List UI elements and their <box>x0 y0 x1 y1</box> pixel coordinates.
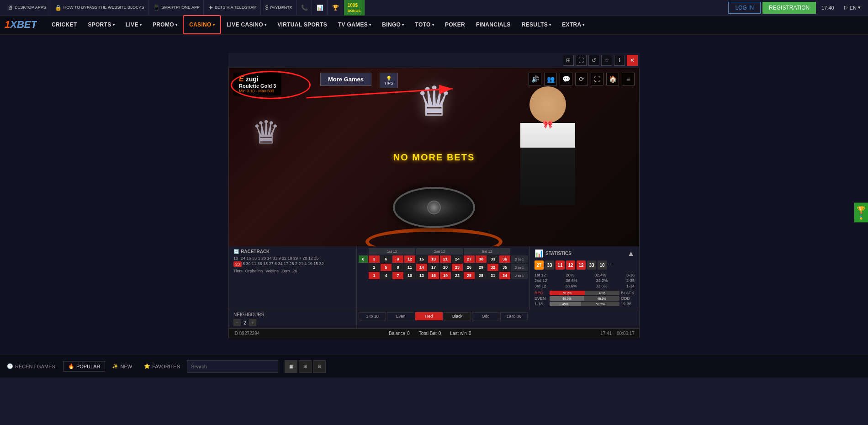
footer-new-tab[interactable]: ✨ NEW <box>107 361 137 372</box>
telegram-btn[interactable]: ✈ BETS VIA TELEGRAM <box>205 0 261 16</box>
view-large-grid[interactable]: ⊟ <box>313 360 326 373</box>
bet-cell-5[interactable]: 5 <box>381 264 392 271</box>
tiers-option[interactable]: Tiers <box>233 269 243 273</box>
home-button[interactable]: 🏠 <box>606 73 619 85</box>
view-small-grid[interactable]: ▦ <box>285 360 297 373</box>
bet-cell-27[interactable]: 27 <box>464 255 475 263</box>
bet-cell-22[interactable]: 22 <box>452 272 463 279</box>
side-label-3[interactable]: 2 to 1 <box>511 272 528 279</box>
bet-cell-12[interactable]: 12 <box>404 255 415 263</box>
bet-cell-13[interactable]: 13 <box>416 272 427 279</box>
bet-cell-29[interactable]: 29 <box>476 264 487 271</box>
menu-button[interactable]: ≡ <box>622 73 635 85</box>
nav-toto[interactable]: TOTO ▾ <box>409 15 439 34</box>
nav-live-casino[interactable]: LIVE CASINO ▾ <box>221 15 272 34</box>
bet-cell-3[interactable]: 3 <box>369 255 380 263</box>
nav-cricket[interactable]: CRICKET <box>46 15 82 34</box>
nav-casino[interactable]: CASINO ▾ <box>183 15 221 34</box>
bet-cell-2[interactable]: 2 <box>369 264 380 271</box>
bet-cell-18[interactable]: 18 <box>428 255 439 263</box>
bet-cell-9[interactable]: 9 <box>392 255 403 263</box>
betting-grid-section[interactable]: 1st 12 2nd 12 3rd 12 0 3 6 <box>357 246 529 310</box>
smartphone-btn[interactable]: 📱 SMARTPHONE APP <box>149 0 204 16</box>
bet-cell-14[interactable]: 14 <box>416 264 427 271</box>
side-label-2[interactable]: 2 to 1 <box>511 264 528 271</box>
nav-promo[interactable]: PROMO ▾ <box>147 15 183 34</box>
bet-cell-6[interactable]: 6 <box>381 255 392 263</box>
zero-cell[interactable]: 0 <box>359 255 368 263</box>
bet-cell-25[interactable]: 25 <box>464 272 475 279</box>
nav-results[interactable]: RESULTS ▾ <box>516 15 557 34</box>
footer-popular-tab[interactable]: 🔥 POPULAR <box>63 361 106 372</box>
bet-1to18[interactable]: 1 to 18 <box>359 312 386 320</box>
bet-cell-32[interactable]: 32 <box>487 264 498 271</box>
nav-live[interactable]: LIVE ▾ <box>120 15 147 34</box>
neighbours-minus[interactable]: − <box>233 319 241 326</box>
first-dozen[interactable]: 1st 12 <box>369 248 415 255</box>
register-button[interactable]: REGISTRATION <box>762 2 816 14</box>
popout-button[interactable]: ⊞ <box>563 55 574 66</box>
footer-search-input[interactable] <box>187 360 278 373</box>
site-logo[interactable]: 1XBET <box>5 19 37 31</box>
bet-cell-23[interactable]: 23 <box>452 264 463 271</box>
bet-cell-36[interactable]: 36 <box>499 255 510 263</box>
payments-btn[interactable]: $ PAYMENTS <box>262 0 296 16</box>
bet-cell-1[interactable]: 1 <box>369 272 380 279</box>
orphelins-option[interactable]: Orphelins <box>245 269 263 273</box>
favorite-button[interactable]: ☆ <box>601 55 612 66</box>
nav-financials[interactable]: FINANCIALS <box>471 15 516 34</box>
bet-cell-21[interactable]: 21 <box>440 255 451 263</box>
bet-odd[interactable]: Odd <box>472 312 499 320</box>
floating-trophy-button[interactable]: 🏆🏅 <box>854 203 868 223</box>
refresh-button[interactable]: ↺ <box>588 55 599 66</box>
bet-cell-24[interactable]: 24 <box>452 255 463 263</box>
bet-black[interactable]: Black <box>444 312 471 320</box>
chat-button[interactable]: 💬 <box>560 73 572 85</box>
bet-cell-11[interactable]: 11 <box>404 264 415 271</box>
bet-cell-15[interactable]: 15 <box>416 255 427 263</box>
stats-more-btn[interactable]: ··· <box>608 260 613 270</box>
second-dozen[interactable]: 2nd 12 <box>416 248 463 255</box>
bet-cell-8[interactable]: 8 <box>392 264 403 271</box>
nav-sports[interactable]: SPORTS ▾ <box>82 15 120 34</box>
nav-extra[interactable]: EXTRA ▾ <box>556 15 590 34</box>
nav-tv-games[interactable]: TV GAMES ▾ <box>333 15 376 34</box>
view-medium-grid[interactable]: ⊞ <box>299 360 312 373</box>
bet-even[interactable]: Even <box>387 312 414 320</box>
info-button[interactable]: ℹ <box>614 55 625 66</box>
bet-cell-34[interactable]: 34 <box>499 272 510 279</box>
bet-cell-10[interactable]: 10 <box>404 272 415 279</box>
bet-cell-19[interactable]: 19 <box>440 272 451 279</box>
bet-cell-26[interactable]: 26 <box>464 264 475 271</box>
bet-cell-30[interactable]: 30 <box>476 255 487 263</box>
language-selector[interactable]: 🏳 EN ▾ <box>840 5 864 11</box>
stats-collapse[interactable]: ▲ <box>627 250 635 258</box>
phone-btn[interactable]: 📞 <box>297 0 312 16</box>
players-button[interactable]: 👥 <box>544 73 557 85</box>
close-button[interactable]: ✕ <box>627 55 638 66</box>
nav-poker[interactable]: POKER <box>439 15 471 34</box>
bet-cell-17[interactable]: 17 <box>428 264 439 271</box>
zero-option[interactable]: Zero <box>281 269 290 273</box>
bet-cell-7[interactable]: 7 <box>392 272 403 279</box>
third-dozen[interactable]: 3rd 12 <box>464 248 510 255</box>
stats-btn[interactable]: 📊 <box>313 0 328 16</box>
bypass-btn[interactable]: 🔒 HOW TO BYPASS THE WEBSITE BLOCKS <box>51 0 148 16</box>
nav-bingo[interactable]: BINGO ▾ <box>376 15 409 34</box>
login-button[interactable]: LOG IN <box>728 2 761 14</box>
side-label-1[interactable]: 2 to 1 <box>511 255 528 263</box>
bet-cell-31[interactable]: 31 <box>487 272 498 279</box>
bet-red[interactable]: Red <box>415 312 443 320</box>
voisins-option[interactable]: Voisins <box>265 269 279 273</box>
bet-cell-33[interactable]: 33 <box>487 255 498 263</box>
nav-virtual-sports[interactable]: VIRTUAL SPORTS <box>272 15 333 34</box>
fullscreen-button[interactable]: ⛶ <box>576 55 587 66</box>
bonus-btn[interactable]: 100$BONUS <box>344 0 365 16</box>
bet-cell-4[interactable]: 4 <box>381 272 392 279</box>
trophy-btn[interactable]: 🏆 <box>328 0 343 16</box>
footer-favorites-tab[interactable]: ⭐ FAVORITES <box>139 361 185 372</box>
bet-cell-20[interactable]: 20 <box>440 264 451 271</box>
bet-19to36[interactable]: 19 to 36 <box>500 312 528 320</box>
number-26-option[interactable]: 26 <box>292 269 297 273</box>
desktop-apps-btn[interactable]: 🖥 DESKTOP APPS <box>4 0 50 16</box>
